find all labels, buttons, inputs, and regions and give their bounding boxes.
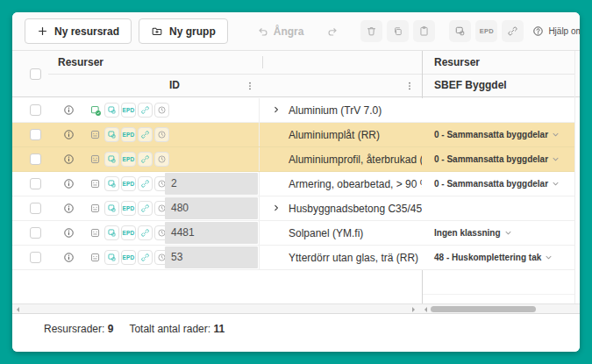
chevron-down-icon bbox=[545, 253, 553, 261]
id-cell[interactable]: 480 bbox=[165, 197, 258, 219]
link-icon-button[interactable] bbox=[138, 250, 153, 265]
info-icon[interactable] bbox=[63, 203, 75, 214]
resource-data-icon-button[interactable] bbox=[104, 250, 119, 265]
id-cell[interactable]: 2 bbox=[165, 173, 258, 195]
name-column-menu-button[interactable] bbox=[403, 80, 416, 92]
epd-label: EPD bbox=[480, 27, 494, 35]
info-icon[interactable] bbox=[63, 178, 75, 189]
scroll-right-arrow[interactable] bbox=[412, 307, 415, 312]
resource-data-icon-button[interactable] bbox=[104, 225, 119, 240]
link-icon-button[interactable] bbox=[138, 127, 153, 142]
row-checkbox[interactable] bbox=[30, 129, 41, 140]
row-checkbox[interactable] bbox=[30, 153, 41, 165]
epd-badge-button[interactable]: EPD bbox=[121, 250, 136, 265]
info-icon[interactable] bbox=[63, 104, 75, 116]
sbef-cell[interactable]: 0 - Sammansatta byggdelar bbox=[423, 147, 574, 171]
link-icon-button[interactable] bbox=[138, 201, 153, 216]
link-icon-button[interactable] bbox=[138, 103, 153, 118]
select-all-checkbox[interactable] bbox=[30, 68, 41, 80]
history-icon-button[interactable] bbox=[154, 127, 169, 142]
link-icon-button[interactable] bbox=[138, 176, 153, 191]
epd-badge-button[interactable]: EPD bbox=[121, 225, 136, 240]
sbef-cell[interactable] bbox=[423, 196, 574, 220]
info-icon[interactable] bbox=[63, 227, 75, 239]
approved-doc-icon[interactable] bbox=[88, 103, 103, 118]
resource-name-cell[interactable]: Aluminiumprofil, återbrukad (RR) bbox=[259, 147, 422, 171]
link-icon-button[interactable] bbox=[138, 225, 153, 240]
info-icon[interactable] bbox=[63, 252, 75, 263]
resource-name: Aluminiumprofil, återbrukad (RR) bbox=[289, 153, 422, 166]
resource-name-cell[interactable]: Solpanel (YM.fi) bbox=[259, 221, 422, 245]
sbef-column-header[interactable]: SBEF Byggdel bbox=[434, 74, 507, 97]
resource-name-cell[interactable]: Ytterdörr utan glas, trä (RR) bbox=[259, 246, 422, 269]
resource-data-icon-button[interactable] bbox=[104, 103, 119, 118]
undo-button[interactable]: Ångra bbox=[251, 20, 310, 43]
info-icon[interactable] bbox=[63, 153, 75, 165]
help-link[interactable]: Hjälp om filtrering och bbox=[524, 25, 580, 37]
resource-name-cell[interactable]: Husbyggnadsbetong C35/45 (RR) bbox=[259, 196, 422, 220]
table-row: EPD 53 Ytterdörr utan glas, trä (RR) 48 … bbox=[12, 246, 574, 270]
note-icon[interactable] bbox=[88, 127, 103, 142]
link-icon-button[interactable] bbox=[138, 152, 153, 167]
paste-button[interactable] bbox=[413, 20, 435, 42]
link-button[interactable] bbox=[502, 20, 524, 42]
left-group-header: Resurser bbox=[58, 51, 103, 74]
document-stack-icon bbox=[454, 25, 466, 37]
note-icon[interactable] bbox=[88, 176, 103, 191]
resource-name-cell[interactable]: Armering, obearbetad, > 90 % skrot bbox=[259, 172, 422, 196]
sbef-value: 0 - Sammansatta byggdelar bbox=[434, 130, 548, 139]
resource-data-icon-button[interactable] bbox=[104, 201, 119, 216]
sbef-cell[interactable] bbox=[423, 98, 574, 122]
id-column-header[interactable]: ID bbox=[169, 74, 180, 97]
expand-chevron-icon[interactable] bbox=[272, 105, 281, 114]
note-icon[interactable] bbox=[88, 152, 103, 167]
row-checkbox[interactable] bbox=[30, 203, 41, 214]
row-checkbox[interactable] bbox=[30, 252, 41, 263]
resource-data-icon-button[interactable] bbox=[104, 152, 119, 167]
row-icon-group: EPD bbox=[88, 225, 169, 240]
info-icon[interactable] bbox=[63, 129, 75, 140]
sbef-cell[interactable]: 48 - Huskomplettering tak bbox=[423, 246, 574, 269]
id-cell[interactable]: 4481 bbox=[165, 222, 258, 244]
sbef-cell[interactable]: 0 - Sammansatta byggdelar bbox=[423, 172, 574, 196]
history-icon-button[interactable] bbox=[154, 103, 169, 118]
resource-data-icon-button[interactable] bbox=[104, 127, 119, 142]
id-cell[interactable]: 53 bbox=[165, 246, 258, 268]
epd-badge-button[interactable]: EPD bbox=[121, 176, 136, 191]
resource-name-cell[interactable]: Aluminiumplåt (RR) bbox=[259, 123, 422, 146]
scroll-left-arrow[interactable] bbox=[424, 307, 427, 312]
id-column-menu-button[interactable] bbox=[244, 80, 256, 92]
horizontal-scrollbar[interactable] bbox=[12, 303, 580, 313]
link-icon bbox=[140, 228, 150, 238]
epd-badge-button[interactable]: EPD bbox=[121, 127, 136, 142]
sbef-cell[interactable]: Ingen klassning bbox=[423, 221, 574, 245]
history-icon-button[interactable] bbox=[154, 152, 169, 167]
row-checkbox[interactable] bbox=[30, 227, 41, 239]
scrollbar-thumb[interactable] bbox=[431, 306, 536, 312]
epd-badge-button[interactable]: EPD bbox=[121, 152, 136, 167]
resource-name-cell[interactable]: Aluminium (TrV 7.0) bbox=[259, 98, 422, 122]
redo-button[interactable] bbox=[320, 20, 345, 43]
row-checkbox[interactable] bbox=[30, 104, 41, 116]
resource-data-icon-button[interactable] bbox=[104, 176, 119, 191]
note-icon[interactable] bbox=[88, 225, 103, 240]
status-bar: Resursrader: 9 Totalt antal rader: 11 bbox=[12, 313, 580, 352]
epd-badge-button[interactable]: EPD bbox=[121, 103, 136, 118]
epd-button[interactable]: EPD bbox=[475, 20, 497, 42]
copy-button[interactable] bbox=[387, 20, 409, 42]
new-group-button[interactable]: Ny grupp bbox=[139, 18, 228, 44]
row-icon-group: EPD bbox=[88, 152, 169, 167]
note-icon[interactable] bbox=[88, 201, 103, 216]
expand-chevron-icon[interactable] bbox=[272, 203, 281, 212]
link-icon bbox=[140, 105, 150, 115]
delete-button[interactable] bbox=[360, 20, 382, 42]
epd-badge-button[interactable]: EPD bbox=[121, 201, 136, 216]
row-checkbox[interactable] bbox=[30, 178, 41, 189]
resource-data-button[interactable] bbox=[449, 20, 471, 42]
desktop-background: { "colors": { "frame": "#00a296", "accen… bbox=[0, 0, 592, 364]
sbef-cell[interactable]: 0 - Sammansatta byggdelar bbox=[423, 123, 574, 146]
chevron-down-icon bbox=[552, 131, 560, 139]
new-resource-row-button[interactable]: Ny resursrad bbox=[25, 18, 132, 44]
scroll-left-arrow[interactable] bbox=[17, 307, 19, 312]
note-icon[interactable] bbox=[88, 250, 103, 265]
